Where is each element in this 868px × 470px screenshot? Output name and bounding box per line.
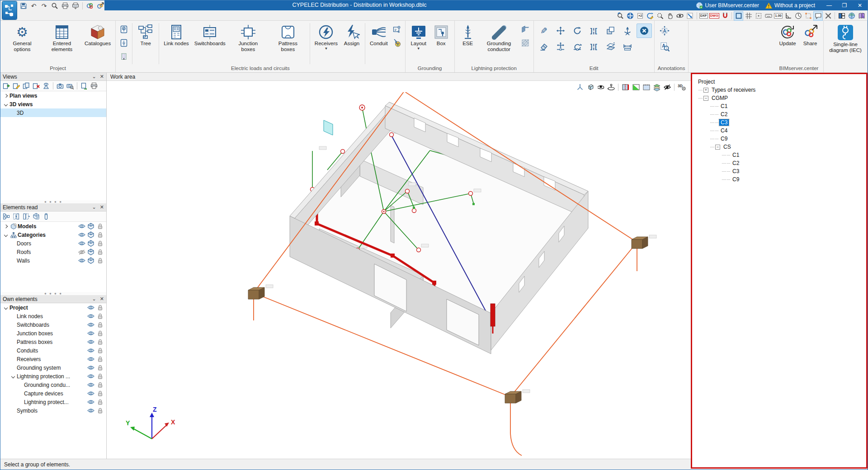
eye-icon[interactable] xyxy=(86,331,95,336)
tree-row[interactable]: Pattress boxes xyxy=(0,338,106,346)
tree-row[interactable]: Junction boxes xyxy=(0,329,106,338)
magnet-snap-icon[interactable] xyxy=(720,11,730,21)
measure-button[interactable] xyxy=(620,39,635,54)
move-node-button[interactable] xyxy=(553,39,568,54)
lock-icon[interactable] xyxy=(95,322,104,328)
eye-icon[interactable] xyxy=(86,322,95,327)
eye-icon[interactable] xyxy=(77,224,86,229)
layout-button[interactable]: Layout ▼ xyxy=(408,22,429,52)
tree-row[interactable]: Switchboards xyxy=(0,320,106,329)
layers-button[interactable] xyxy=(652,82,661,92)
chevron-right-icon[interactable] xyxy=(2,94,9,97)
new-view-button[interactable] xyxy=(2,81,11,90)
copy-view-button[interactable] xyxy=(22,81,31,90)
eye-off-icon[interactable] xyxy=(77,249,86,255)
grid-icon[interactable] xyxy=(744,11,753,21)
collapse-panel-icon[interactable]: ⌄ xyxy=(92,204,96,210)
print-button[interactable] xyxy=(60,1,70,10)
eye-icon[interactable] xyxy=(86,382,95,387)
help-book-icon[interactable]: ? xyxy=(857,11,866,21)
edit-button[interactable]: ✎ xyxy=(536,24,552,38)
panel-splitter[interactable]: ● ● ● ● xyxy=(0,200,106,203)
chevron-down-icon[interactable] xyxy=(2,103,9,106)
cube-eye-button[interactable] xyxy=(32,212,41,221)
grounding-doc-button[interactable] xyxy=(118,37,130,49)
column-pill-button[interactable] xyxy=(42,212,51,221)
print-view-button[interactable] xyxy=(90,81,99,90)
panel-splitter[interactable]: ● ● ● ● xyxy=(0,292,106,295)
link-nodes-button[interactable]: Link nodes xyxy=(161,22,191,48)
maximize-button[interactable]: ❐ xyxy=(837,0,852,10)
keyboard-entry-icon[interactable] xyxy=(764,11,773,21)
tree-node[interactable]: C2 xyxy=(697,159,866,167)
junction-boxes-button[interactable]: Junction boxes xyxy=(229,22,268,54)
zoom-button[interactable] xyxy=(50,1,59,10)
circuits-doc-button[interactable] xyxy=(118,23,130,36)
view-cube-button[interactable] xyxy=(585,82,595,92)
tree-row[interactable]: Conduits xyxy=(0,346,106,355)
lock-icon[interactable] xyxy=(95,249,104,255)
selection-set-icon[interactable] xyxy=(803,11,813,21)
tree-node[interactable]: C3 xyxy=(697,118,866,127)
bimserver-user[interactable]: User BIMserver.center xyxy=(696,2,759,9)
eye-icon[interactable] xyxy=(77,232,86,237)
lock-icon[interactable] xyxy=(95,408,104,414)
rotate-node-button[interactable] xyxy=(570,39,585,54)
tree-button[interactable]: Tree xyxy=(135,22,156,48)
axes-button[interactable] xyxy=(575,82,585,92)
tree-row[interactable]: Roofs xyxy=(0,248,106,256)
tree-row[interactable]: Link nodes xyxy=(0,312,106,320)
close-panel-icon[interactable]: ✕ xyxy=(100,296,104,302)
collapse-panel-icon[interactable]: ⌄ xyxy=(92,296,96,302)
copy-button[interactable] xyxy=(603,24,618,38)
update-button[interactable]: Update xyxy=(777,22,798,48)
single-line-diagram-button[interactable]: Single-line diagram (IEC) xyxy=(826,22,865,55)
bim-globe-icon[interactable] xyxy=(847,11,856,21)
delete-view-button[interactable] xyxy=(32,81,41,90)
cube-icon[interactable] xyxy=(86,223,95,230)
zoom-extents-icon[interactable] xyxy=(626,11,635,21)
redo-button[interactable]: ↷ xyxy=(39,1,49,10)
tree-row[interactable]: 3D xyxy=(0,108,106,117)
lock-icon[interactable] xyxy=(95,240,104,246)
delete-button[interactable] xyxy=(637,24,652,38)
fit-view-icon[interactable] xyxy=(685,11,695,21)
tree-node[interactable]: C9 xyxy=(697,135,866,143)
building-button[interactable] xyxy=(118,50,130,63)
lock-icon[interactable] xyxy=(95,348,104,353)
export-view-button[interactable] xyxy=(80,81,89,90)
undo-button[interactable]: ↶ xyxy=(29,1,38,10)
tree-node[interactable]: C3 xyxy=(697,167,866,175)
lock-icon[interactable] xyxy=(95,232,104,238)
comment-icon[interactable] xyxy=(813,11,823,21)
cable-bolt-button[interactable] xyxy=(391,37,403,49)
zoom-scale-icon[interactable]: ×2 xyxy=(636,11,645,21)
cube-icon[interactable] xyxy=(86,257,95,264)
columns-move-button[interactable] xyxy=(22,212,31,221)
conduit-button[interactable]: Conduit xyxy=(368,22,390,48)
chevron-down-icon[interactable] xyxy=(2,234,9,236)
cube-icon[interactable] xyxy=(86,231,95,238)
ese-button[interactable]: ESE xyxy=(457,22,479,48)
minimize-button[interactable]: — xyxy=(821,0,837,10)
tree-node[interactable]: C9 xyxy=(697,175,866,183)
eye-icon[interactable] xyxy=(86,348,95,353)
tree-row[interactable]: Doors xyxy=(0,239,106,248)
settings-3d-button[interactable]: 3D xyxy=(677,82,688,92)
symmetry-copy-button[interactable]: ]¦[ xyxy=(586,39,602,54)
mesh-hatch-button[interactable] xyxy=(519,37,531,49)
erase-button[interactable] xyxy=(536,39,552,54)
protractor-icon[interactable] xyxy=(793,11,803,21)
redraw-icon[interactable] xyxy=(646,11,655,21)
capture-button[interactable] xyxy=(56,81,65,90)
move-external-button[interactable] xyxy=(620,24,635,38)
lock-icon[interactable] xyxy=(95,390,104,396)
eye-icon[interactable] xyxy=(86,357,95,362)
tree-row[interactable]: Lightning protect... xyxy=(0,398,106,406)
tree-node[interactable]: C1 xyxy=(697,102,866,110)
close-panel-icon[interactable]: ✕ xyxy=(100,74,104,80)
tree-row[interactable]: Receivers xyxy=(0,355,106,363)
eye-icon[interactable] xyxy=(86,314,95,319)
export-dwg-icon[interactable]: DWG xyxy=(709,11,720,21)
tree-row[interactable]: Plan views xyxy=(0,91,106,100)
